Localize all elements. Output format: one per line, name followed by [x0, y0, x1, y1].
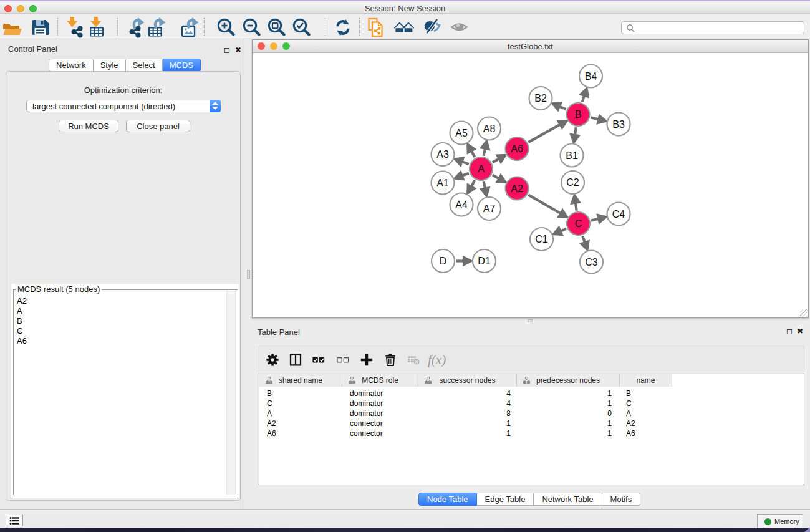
svg-text:D1: D1 — [478, 256, 491, 266]
svg-text:A6: A6 — [511, 143, 523, 154]
svg-text:A7: A7 — [483, 203, 496, 214]
svg-text:A2: A2 — [511, 183, 523, 194]
svg-text:A5: A5 — [455, 128, 468, 138]
svg-text:C1: C1 — [535, 234, 548, 244]
svg-text:A1: A1 — [436, 178, 449, 188]
svg-text:B1: B1 — [566, 150, 578, 161]
svg-text:B3: B3 — [612, 119, 625, 130]
svg-text:B: B — [575, 109, 582, 120]
svg-text:B2: B2 — [534, 93, 547, 104]
svg-text:C3: C3 — [585, 257, 598, 268]
svg-text:A8: A8 — [483, 123, 496, 134]
svg-text:A3: A3 — [436, 149, 449, 160]
svg-text:A4: A4 — [455, 200, 468, 210]
svg-text:C: C — [575, 218, 582, 229]
svg-text:C4: C4 — [612, 209, 625, 220]
svg-text:B4: B4 — [585, 71, 597, 82]
svg-text:A: A — [478, 163, 485, 174]
svg-text:D: D — [440, 256, 447, 266]
svg-text:C2: C2 — [566, 177, 579, 188]
